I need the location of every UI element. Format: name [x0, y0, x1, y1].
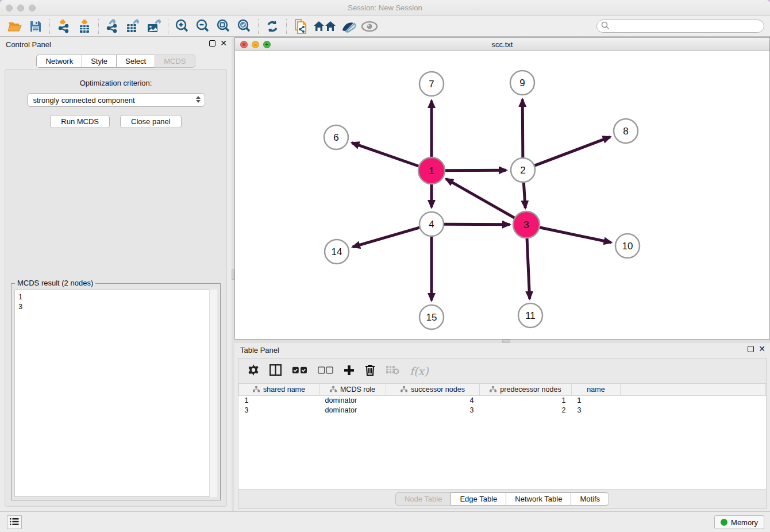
node-label: 2 [520, 165, 525, 176]
export-table-button[interactable] [124, 18, 143, 35]
graph-node-10[interactable]: 10 [615, 234, 640, 258]
import-table-button[interactable] [75, 18, 94, 35]
tab-network-table[interactable]: Network Table [506, 492, 571, 506]
table-row[interactable]: 1 dominator 4 1 1 [239, 395, 766, 405]
eye-slash-button[interactable] [340, 18, 358, 35]
tab-select[interactable]: Select [116, 55, 155, 68]
cell-successor-nodes[interactable]: 4 [386, 395, 480, 405]
cell-successor-nodes[interactable]: 3 [386, 405, 480, 415]
graph-node-14[interactable]: 14 [325, 240, 349, 264]
result-scrollbar[interactable] [209, 290, 217, 497]
delete-button[interactable] [365, 364, 375, 377]
control-panel-tabs: Network Style Select MCDS [0, 55, 232, 68]
close-panel-icon[interactable]: ✕ [220, 40, 227, 47]
table-row[interactable]: 3 dominator 3 2 3 [239, 405, 766, 415]
refresh-icon [265, 20, 279, 33]
table-panel-title: Table Panel [240, 346, 279, 354]
graph-edge-2-9[interactable] [522, 99, 523, 157]
table-settings-button[interactable] [248, 364, 259, 377]
close-panel-button[interactable]: Close panel [120, 115, 182, 128]
graph-node-15[interactable]: 15 [419, 305, 444, 329]
column-view-button[interactable] [270, 364, 282, 377]
import-network-button[interactable] [55, 18, 73, 35]
show-details-button[interactable] [360, 18, 379, 35]
column-header-mcds-role[interactable]: MCDS role [319, 384, 386, 395]
cell-predecessor-nodes[interactable]: 1 [480, 395, 572, 405]
float-panel-icon[interactable] [209, 40, 215, 47]
search-icon [601, 21, 610, 32]
criterion-select[interactable]: strongly connected component [27, 93, 205, 107]
clone-network-button[interactable] [291, 18, 310, 35]
network-canvas[interactable]: 7968124314101511 [235, 51, 769, 339]
cell-mcds-role[interactable]: dominator [319, 405, 386, 415]
cell-predecessor-nodes[interactable]: 2 [480, 405, 572, 415]
export-network-button[interactable] [103, 18, 122, 35]
graph-node-8[interactable]: 8 [614, 119, 638, 143]
open-session-button[interactable] [6, 18, 24, 35]
save-session-button[interactable] [26, 18, 45, 35]
tab-edge-table[interactable]: Edge Table [451, 492, 506, 506]
column-header-shared-name[interactable]: shared name [239, 384, 319, 395]
network-window-titlebar[interactable]: ✕ − + scc.txt [235, 38, 769, 51]
houses-button[interactable] [312, 18, 337, 35]
zoom-in-button[interactable] [173, 18, 191, 35]
graph-edge-1-2[interactable] [444, 170, 506, 171]
show-task-history-button[interactable] [7, 515, 22, 529]
export-table-icon [126, 19, 141, 34]
export-image-button[interactable] [145, 18, 163, 35]
cell-name[interactable]: 3 [572, 405, 621, 415]
graph-edge-4-14[interactable] [353, 228, 419, 247]
cell-name[interactable]: 1 [572, 395, 621, 405]
deselect-all-button[interactable] [318, 367, 333, 376]
cell-shared-name[interactable]: 3 [239, 405, 319, 415]
search-input[interactable] [596, 20, 764, 33]
graph-edge-1-6[interactable] [352, 143, 419, 167]
cell-mcds-role[interactable]: dominator [319, 395, 386, 405]
column-header-successor-nodes[interactable]: successor nodes [386, 384, 480, 395]
graph-node-1[interactable]: 1 [418, 157, 445, 184]
function-builder-button[interactable]: f(x) [410, 365, 429, 377]
graph-edge-2-8[interactable] [535, 137, 610, 165]
search-field-wrap [596, 20, 764, 33]
tab-mcds[interactable]: MCDS [155, 55, 195, 68]
graph-node-2[interactable]: 2 [511, 158, 535, 182]
cell-shared-name[interactable]: 1 [239, 395, 319, 405]
column-header-predecessor-nodes[interactable]: predecessor nodes [480, 384, 572, 395]
mcds-result-title: MCDS result (2 nodes) [15, 279, 95, 287]
graph-edge-2-3[interactable] [523, 183, 525, 208]
graph-node-9[interactable]: 9 [510, 71, 534, 95]
zoom-selected-button[interactable] [235, 18, 253, 35]
tab-style[interactable]: Style [82, 55, 116, 68]
mcds-result-list[interactable]: 1 3 [14, 290, 217, 497]
tab-network[interactable]: Network [36, 55, 82, 68]
graph-node-11[interactable]: 11 [518, 303, 542, 327]
graph-node-6[interactable]: 6 [324, 125, 348, 149]
select-all-button[interactable] [292, 367, 307, 376]
add-column-button[interactable] [344, 365, 355, 377]
run-mcds-button[interactable]: Run MCDS [50, 115, 110, 128]
graph-edge-4-3[interactable] [444, 224, 510, 225]
column-header-name[interactable]: name [572, 384, 621, 395]
zoom-fit-button[interactable] [214, 18, 233, 35]
tab-motifs[interactable]: Motifs [571, 492, 609, 506]
toolbar-separator [286, 19, 287, 34]
float-table-panel-icon[interactable] [748, 346, 754, 352]
mcds-result-fieldset: MCDS result (2 nodes) 1 3 [11, 283, 221, 500]
graph-edge-3-10[interactable] [539, 228, 611, 243]
hierarchy-icon [490, 386, 496, 392]
zoom-out-button[interactable] [194, 18, 212, 35]
graph-node-7[interactable]: 7 [419, 72, 444, 96]
graph-node-4[interactable]: 4 [419, 212, 444, 236]
tab-node-table[interactable]: Node Table [395, 492, 451, 506]
delete-table-button[interactable] [386, 365, 399, 376]
graph-edge-3-1[interactable] [446, 179, 515, 218]
graph-node-3[interactable]: 3 [513, 211, 540, 238]
cell-empty [621, 405, 766, 415]
graph-edge-3-11[interactable] [527, 237, 530, 299]
memory-button[interactable]: Memory [714, 515, 764, 529]
table-toolbar: f(x) [238, 358, 766, 384]
clone-network-icon [293, 18, 308, 34]
close-table-panel-icon[interactable]: ✕ [759, 346, 765, 352]
node-label: 7 [429, 79, 434, 90]
refresh-layout-button[interactable] [263, 18, 282, 35]
